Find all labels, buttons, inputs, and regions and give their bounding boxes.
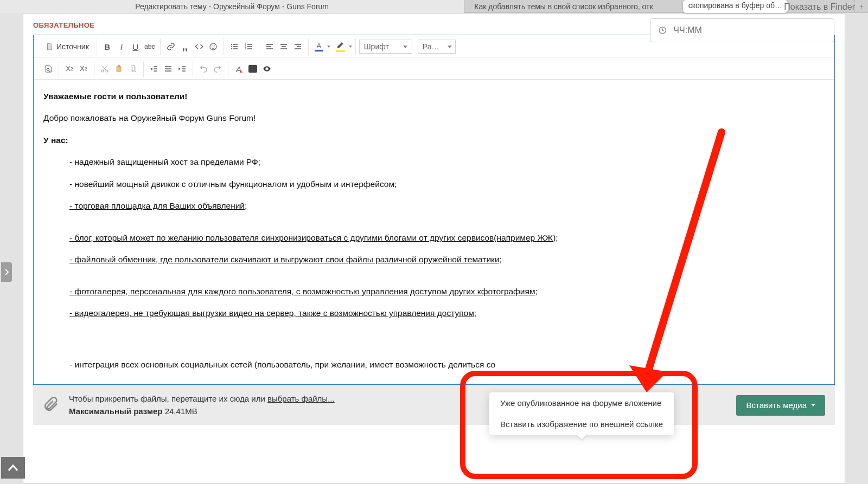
quote-button[interactable]: ,, (178, 40, 192, 54)
page-card: ОБЯЗАТЕЛЬНОЕ Источник B I (23, 13, 845, 484)
new-tab-button[interactable]: + (855, 2, 868, 11)
tab-title: Редактировать тему - Оружейный Форум - G… (135, 2, 329, 11)
editor-toolbar-row2: X2 X2 (34, 57, 834, 80)
source-button[interactable]: Источник (41, 40, 93, 54)
font-family-select[interactable]: Шрифт (359, 40, 412, 54)
emoji-button[interactable] (206, 40, 220, 54)
indent-button[interactable] (175, 62, 189, 76)
editor-content-area[interactable]: Уважаемые гости и пользователи! Добро по… (34, 80, 834, 384)
numbered-list-button[interactable]: 123 (241, 40, 256, 54)
media-menu-image-from-url[interactable]: Вставить изображение по внешней ссылке (489, 414, 674, 435)
tab-title: Как добавлять темы в свой список избранн… (474, 2, 653, 11)
attachment-hint: Чтобы прикрепить файлы, перетащите их сю… (69, 393, 335, 417)
svg-point-5 (231, 48, 232, 49)
document-icon (46, 43, 53, 50)
side-expand-tab[interactable] (1, 262, 12, 282)
dropdown-caret-icon (811, 404, 815, 406)
dropdown-caret-icon (448, 46, 452, 48)
text-color-button[interactable]: A (312, 40, 326, 54)
bullet-text: - новейший мощный движок с отличным функ… (43, 178, 825, 190)
time-widget (650, 18, 834, 42)
code-button[interactable] (192, 40, 206, 54)
attachment-bar: Чтобы прикрепить файлы, перетащите их сю… (33, 385, 835, 425)
welcome-text: Добро пожаловать на Оружейный Форум Guns… (43, 112, 825, 124)
redo-button[interactable] (210, 62, 225, 76)
max-size-value: 24,41MB (165, 406, 197, 416)
bullet-link-text[interactable]: - фотогалерея, персональная для каждого … (69, 287, 538, 296)
time-input-wrapper[interactable] (650, 18, 834, 42)
clear-formatting-button[interactable]: A✕ (232, 62, 246, 76)
max-size-label: Максимальный размер (69, 406, 163, 416)
font-size-select[interactable]: Ра… (418, 40, 456, 54)
cut-button[interactable] (98, 62, 112, 76)
svg-point-2 (214, 46, 215, 47)
font-family-label: Шрифт (364, 42, 389, 51)
media-menu-existing-attachment[interactable]: Уже опубликованное на форуме вложение (489, 392, 674, 414)
show-in-finder-link[interactable]: Показать в Finder (784, 2, 855, 12)
svg-text:3: 3 (244, 47, 246, 50)
align-right-button[interactable] (291, 40, 305, 54)
dropdown-caret-icon (327, 46, 330, 48)
strikethrough-button[interactable]: abc (143, 40, 157, 54)
bullet-text: - интеграция всех основных социальных се… (43, 359, 825, 371)
svg-rect-13 (118, 65, 120, 67)
bold-button[interactable]: B (100, 40, 114, 54)
preview-document-button[interactable] (41, 62, 55, 76)
insert-media-button[interactable]: Вставить медиа (736, 395, 825, 416)
svg-point-4 (231, 46, 232, 47)
bullet-link-text[interactable]: - торговая площадка для Ваших объявлений… (69, 201, 247, 210)
font-size-label: Ра… (423, 42, 439, 51)
undo-button[interactable] (196, 62, 210, 76)
align-justify-button[interactable] (161, 62, 175, 76)
align-center-button[interactable] (277, 40, 291, 54)
superscript-button[interactable]: X2 (76, 62, 91, 76)
svg-point-9 (47, 68, 49, 71)
bullet-link-text[interactable]: - видеогалерея, не требующая выгрузки ви… (69, 308, 476, 318)
we-have-text: У нас: (43, 135, 68, 145)
media-button-label: Вставить медиа (746, 401, 807, 410)
outdent-button[interactable] (147, 62, 161, 76)
subscript-button[interactable]: X2 (62, 62, 76, 76)
browser-tab-active[interactable]: Редактировать тему - Оружейный Форум - G… (0, 0, 464, 13)
align-left-button[interactable] (263, 40, 277, 54)
clock-icon (658, 25, 667, 35)
hint-prefix: Чтобы прикрепить файлы, перетащите их сю… (69, 394, 267, 403)
bullet-text: - надежный защищенный хост за пределами … (43, 156, 825, 168)
media-menu-popover: Уже опубликованное на форуме вложение Вс… (489, 392, 674, 435)
highlight-color-button[interactable] (334, 40, 348, 54)
insert-codeblock-button[interactable] (246, 62, 260, 76)
rich-text-editor: Источник B I U abc ,, (33, 35, 835, 385)
toggle-preview-button[interactable] (260, 62, 274, 76)
clipboard-toast: скопирована в буфер об… (683, 0, 788, 13)
time-input[interactable] (673, 25, 826, 35)
paperclip-icon (43, 396, 59, 415)
toast-text: скопирована в буфер об… (688, 1, 782, 10)
greeting-text: Уважаемые гости и пользователи! (43, 92, 188, 101)
scroll-to-top-button[interactable] (1, 457, 25, 479)
copy-button[interactable] (126, 62, 140, 76)
bullet-link-text[interactable]: - файловый обменник, где пользователи ск… (69, 255, 502, 264)
choose-files-link[interactable]: выбрать файлы... (267, 394, 335, 403)
link-button[interactable] (164, 40, 178, 54)
svg-rect-12 (117, 66, 121, 72)
svg-point-3 (231, 44, 232, 45)
svg-rect-14 (131, 66, 135, 70)
italic-button[interactable]: I (114, 40, 129, 54)
paste-button[interactable] (112, 62, 126, 76)
finder-text: Показать в Finder (784, 2, 855, 11)
popover-arrow-icon (577, 435, 586, 440)
underline-button[interactable]: U (129, 40, 143, 54)
svg-point-1 (212, 46, 213, 47)
dropdown-caret-icon (349, 46, 352, 48)
bullet-list-button[interactable] (227, 40, 241, 54)
marker-icon (336, 41, 345, 50)
svg-point-0 (210, 43, 216, 50)
source-label: Источник (56, 42, 89, 51)
svg-rect-15 (132, 67, 136, 72)
bullet-link-text[interactable]: - блог, который может по желанию пользов… (69, 233, 558, 242)
dropdown-caret-icon (403, 46, 407, 48)
